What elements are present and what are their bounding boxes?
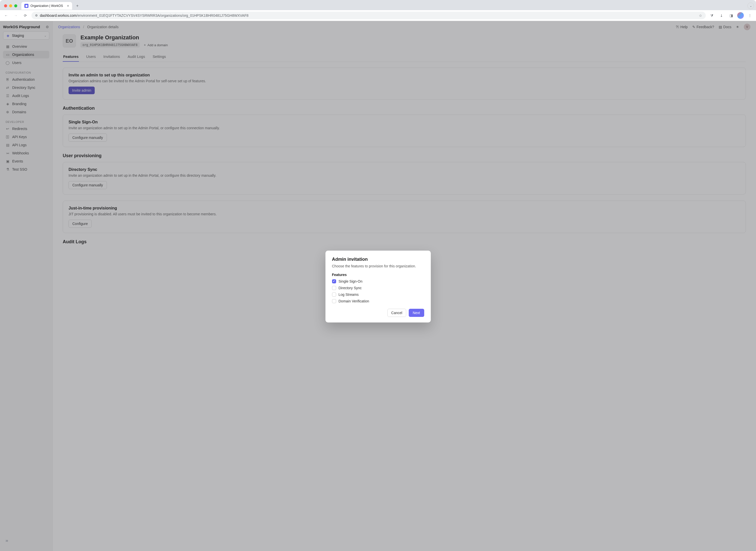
tab-title: Organization | WorkOS — [30, 4, 63, 8]
checkbox-sso[interactable] — [332, 279, 336, 284]
window-controls — [2, 4, 19, 7]
back-button[interactable]: ← — [3, 12, 10, 19]
bookmark-star-icon[interactable]: ☆ — [699, 13, 702, 18]
menu-kebab-icon[interactable]: ⋮ — [746, 12, 753, 19]
close-window-icon[interactable] — [4, 4, 7, 7]
maximize-window-icon[interactable] — [14, 4, 17, 7]
modal-desc: Choose the features to provision for thi… — [332, 264, 424, 268]
sidepanel-icon[interactable]: ◨ — [728, 12, 735, 19]
browser-chrome: ⬣ Organization | WorkOS × + ⌄ ← → ⟳ ⚙ da… — [0, 0, 756, 21]
browser-tab[interactable]: ⬣ Organization | WorkOS × — [21, 2, 72, 10]
new-tab-button[interactable]: + — [74, 3, 80, 9]
feature-row-logstreams[interactable]: Log Streams — [332, 293, 424, 297]
close-tab-icon[interactable]: × — [67, 4, 69, 8]
modal-title: Admin invitation — [332, 257, 424, 262]
next-button[interactable]: Next — [409, 309, 424, 317]
checkbox-domain-verification[interactable] — [332, 299, 336, 303]
downloads-icon[interactable]: ⤓ — [718, 12, 725, 19]
admin-invitation-modal: Admin invitation Choose the features to … — [325, 250, 431, 323]
cancel-button[interactable]: Cancel — [388, 309, 406, 317]
tabs-overflow-button[interactable]: ⌄ — [747, 3, 754, 9]
forward-button[interactable]: → — [12, 12, 19, 19]
favicon-icon: ⬣ — [24, 4, 28, 8]
site-settings-icon[interactable]: ⚙ — [35, 14, 38, 17]
modal-overlay[interactable]: Admin invitation Choose the features to … — [0, 21, 756, 551]
modal-features-label: Features — [332, 273, 424, 277]
feature-row-dirsync[interactable]: Directory Sync — [332, 286, 424, 290]
profile-avatar-icon[interactable] — [737, 12, 744, 19]
feature-row-sso[interactable]: Single Sign-On — [332, 279, 424, 284]
minimize-window-icon[interactable] — [9, 4, 12, 7]
checkbox-dirsync[interactable] — [332, 286, 336, 290]
extensions-icon[interactable]: ⧩ — [708, 12, 715, 19]
checkbox-logstreams[interactable] — [332, 293, 336, 297]
feature-row-domain-verification[interactable]: Domain Verification — [332, 299, 424, 303]
reload-button[interactable]: ⟳ — [22, 12, 29, 19]
address-bar[interactable]: ⚙ dashboard.workos.com/environment_01EQ1… — [31, 12, 706, 19]
